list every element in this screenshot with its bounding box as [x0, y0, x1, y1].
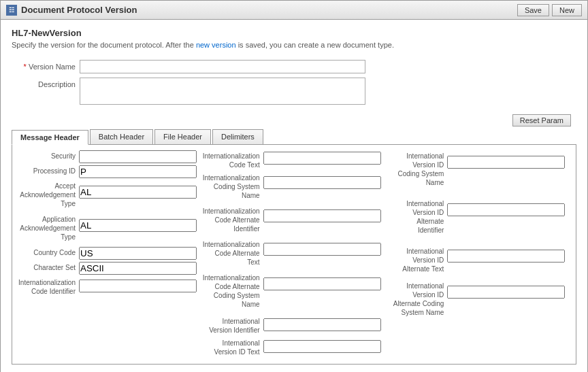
new-button[interactable]: New: [552, 4, 582, 16]
title-bar-left: ☷ Document Protocol Version: [6, 5, 137, 16]
version-name-label: * Version Name: [12, 60, 80, 73]
intl-ver-coding-sys-input[interactable]: [447, 156, 565, 169]
field-intl-code-alt-id-label: InternationalizationCode AlternateIdenti…: [202, 205, 263, 233]
intl-ver-alt-text-input[interactable]: [447, 250, 565, 263]
field-intl-ver-coding-sys-label: InternationalVersion IDCoding SystemName: [386, 150, 447, 187]
description-label: Description: [12, 78, 80, 91]
intl-ver-alt-id-input[interactable]: [447, 203, 565, 216]
fields-col2: InternationalizationCode Text Internatio…: [202, 150, 387, 358]
intl-coding-sys-input[interactable]: [263, 176, 381, 189]
field-intl-ver-coding-sys-input: [447, 150, 565, 169]
field-accept-ack: AcceptAcknowledgementType: [18, 180, 202, 208]
fields-col1: Security Processing ID AcceptAcknowledge…: [18, 150, 202, 358]
description-field: [80, 78, 365, 106]
tab-content-message-header: Security Processing ID AcceptAcknowledge…: [12, 145, 576, 365]
field-intl-ver-id-text-label: InternationalVersion ID Text: [202, 337, 263, 356]
field-intl-ver-alt-id: InternationalVersion IDAlternateIdentifi…: [386, 198, 570, 235]
field-country-code: Country Code: [18, 247, 202, 260]
tab-batch-header[interactable]: Batch Header: [90, 129, 153, 144]
intl-code-id-input[interactable]: [79, 280, 197, 292]
field-country-code-label: Country Code: [18, 247, 79, 259]
main-content: HL7-NewVersion Specify the version for t…: [1, 20, 587, 372]
field-app-ack-label: ApplicationAcknowledgementType: [18, 214, 79, 241]
intl-ver-id-input[interactable]: [263, 318, 381, 331]
field-intl-ver-alt-sys-label: InternationalVersion IDAlternate CodingS…: [386, 280, 447, 317]
field-intl-code-alt-text-input: [263, 239, 381, 256]
field-intl-code-alt-sys: InternationalizationCode AlternateCoding…: [202, 272, 387, 309]
version-name-input[interactable]: 2.1: [80, 60, 365, 73]
version-name-row: * Version Name 2.1: [12, 60, 576, 73]
field-intl-ver-id-input: [263, 316, 381, 331]
reset-param-button[interactable]: Reset Param: [512, 114, 571, 126]
description-row: Description: [12, 78, 576, 106]
page-description: Specify the version for the document pro…: [12, 41, 576, 49]
field-intl-ver-alt-text-input: [447, 246, 565, 263]
field-processing-id-label: Processing ID: [18, 165, 79, 177]
field-intl-coding-sys: InternationalizationCoding SystemName: [202, 172, 387, 200]
intl-code-text-input[interactable]: [263, 152, 381, 165]
field-processing-id-input: [79, 165, 197, 178]
security-input[interactable]: [79, 150, 197, 163]
char-set-input[interactable]: [79, 262, 197, 275]
field-char-set-label: Character Set: [18, 262, 79, 274]
field-intl-code-id: InternationalizationCode Identifier: [18, 277, 202, 296]
field-intl-ver-alt-id-label: InternationalVersion IDAlternateIdentifi…: [386, 198, 447, 235]
field-intl-ver-id-text-input: [263, 337, 381, 353]
field-intl-ver-alt-sys-input: [447, 280, 565, 299]
field-intl-ver-alt-text: InternationalVersion IDAlternate Text: [386, 246, 570, 273]
intl-code-alt-id-input[interactable]: [263, 209, 381, 222]
tab-message-header[interactable]: Message Header: [12, 130, 88, 145]
field-intl-ver-alt-text-label: InternationalVersion IDAlternate Text: [386, 246, 447, 273]
accept-ack-input[interactable]: [79, 186, 197, 199]
field-intl-ver-id: InternationalVersion Identifier: [202, 316, 387, 335]
processing-id-input[interactable]: [79, 165, 197, 178]
intl-code-alt-sys-input[interactable]: [263, 277, 381, 290]
field-app-ack-input: [79, 214, 197, 232]
field-intl-code-alt-id: InternationalizationCode AlternateIdenti…: [202, 205, 387, 233]
field-intl-code-text-label: InternationalizationCode Text: [202, 150, 263, 169]
field-char-set-input: [79, 262, 197, 275]
field-intl-code-id-input: [79, 277, 197, 292]
page-title-bar: Document Protocol Version: [21, 5, 137, 15]
tab-bar: Message Header Batch Header File Header …: [12, 129, 576, 145]
field-processing-id: Processing ID: [18, 165, 202, 178]
intl-ver-alt-sys-input[interactable]: [447, 286, 565, 299]
field-security-label: Security: [18, 150, 79, 163]
field-intl-coding-sys-label: InternationalizationCoding SystemName: [202, 172, 263, 200]
version-name-field: 2.1: [80, 60, 365, 73]
fields-grid: Security Processing ID AcceptAcknowledge…: [18, 150, 570, 358]
field-accept-ack-label: AcceptAcknowledgementType: [18, 180, 79, 208]
field-intl-ver-alt-id-input: [447, 198, 565, 216]
field-intl-code-id-label: InternationalizationCode Identifier: [18, 277, 79, 296]
icon-glyph: ☷: [9, 7, 14, 14]
field-intl-ver-id-text: InternationalVersion ID Text: [202, 337, 387, 356]
field-intl-code-alt-id-input: [263, 205, 381, 222]
save-button[interactable]: Save: [517, 4, 549, 16]
field-app-ack: ApplicationAcknowledgementType: [18, 214, 202, 241]
field-intl-code-alt-sys-input: [263, 272, 381, 290]
reset-param-row: Reset Param: [12, 114, 576, 126]
title-bar: ☷ Document Protocol Version Save New: [1, 1, 587, 20]
field-country-code-input: [79, 247, 197, 260]
version-form: * Version Name 2.1 Description: [12, 60, 576, 106]
field-intl-code-text-input: [263, 150, 381, 165]
field-intl-ver-alt-sys: InternationalVersion IDAlternate CodingS…: [386, 280, 570, 317]
field-security-input: [79, 150, 197, 163]
country-code-input[interactable]: [79, 247, 197, 260]
field-intl-code-alt-sys-label: InternationalizationCode AlternateCoding…: [202, 272, 263, 309]
intl-code-alt-text-input[interactable]: [263, 243, 381, 256]
field-intl-code-alt-text-label: InternationalizationCode AlternateText: [202, 239, 263, 267]
field-intl-ver-id-label: InternationalVersion Identifier: [202, 316, 263, 335]
description-input[interactable]: [80, 78, 365, 105]
fields-col3: InternationalVersion IDCoding SystemName…: [386, 150, 570, 358]
field-accept-ack-input: [79, 180, 197, 199]
field-intl-code-text: InternationalizationCode Text: [202, 150, 387, 169]
field-intl-coding-sys-input: [263, 172, 381, 189]
field-security: Security: [18, 150, 202, 163]
page-heading: HL7-NewVersion: [12, 28, 576, 38]
intl-ver-id-text-input[interactable]: [263, 340, 381, 353]
tab-file-header[interactable]: File Header: [154, 129, 211, 144]
tab-delimiters[interactable]: Delimiters: [212, 129, 263, 144]
new-version-link[interactable]: new version: [196, 41, 236, 49]
app-ack-input[interactable]: [79, 219, 197, 232]
